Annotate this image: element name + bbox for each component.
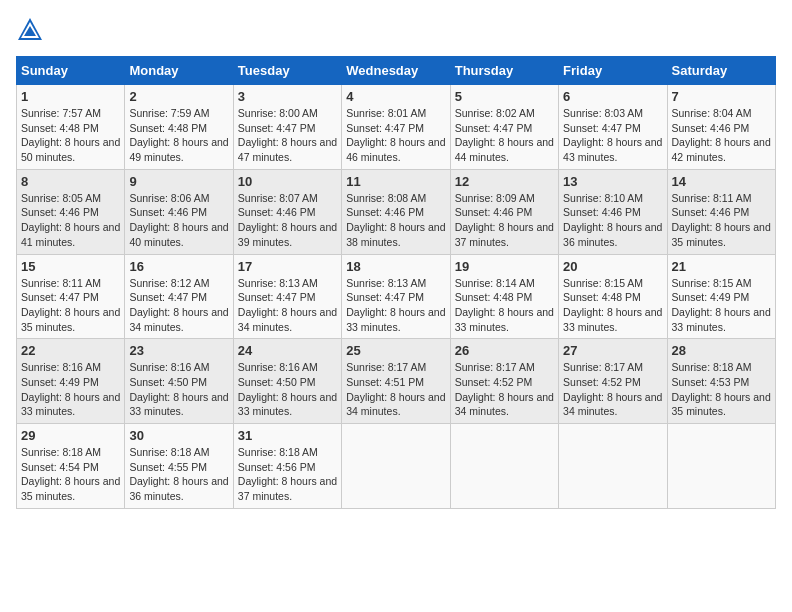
day-detail: Sunrise: 8:18 AMSunset: 4:54 PMDaylight:… (21, 446, 120, 502)
day-number: 1 (21, 89, 120, 104)
day-number: 22 (21, 343, 120, 358)
day-detail: Sunrise: 8:01 AMSunset: 4:47 PMDaylight:… (346, 107, 445, 163)
week-row-3: 15 Sunrise: 8:11 AMSunset: 4:47 PMDaylig… (17, 254, 776, 339)
day-number: 8 (21, 174, 120, 189)
day-detail: Sunrise: 8:02 AMSunset: 4:47 PMDaylight:… (455, 107, 554, 163)
day-detail: Sunrise: 8:09 AMSunset: 4:46 PMDaylight:… (455, 192, 554, 248)
logo-icon (16, 16, 44, 44)
day-cell: 14 Sunrise: 8:11 AMSunset: 4:46 PMDaylig… (667, 169, 775, 254)
day-number: 6 (563, 89, 662, 104)
day-detail: Sunrise: 8:04 AMSunset: 4:46 PMDaylight:… (672, 107, 771, 163)
day-number: 4 (346, 89, 445, 104)
day-detail: Sunrise: 8:05 AMSunset: 4:46 PMDaylight:… (21, 192, 120, 248)
header-cell-monday: Monday (125, 57, 233, 85)
day-number: 15 (21, 259, 120, 274)
day-detail: Sunrise: 8:07 AMSunset: 4:46 PMDaylight:… (238, 192, 337, 248)
day-number: 2 (129, 89, 228, 104)
day-detail: Sunrise: 8:17 AMSunset: 4:52 PMDaylight:… (563, 361, 662, 417)
day-cell: 12 Sunrise: 8:09 AMSunset: 4:46 PMDaylig… (450, 169, 558, 254)
day-number: 30 (129, 428, 228, 443)
day-cell: 10 Sunrise: 8:07 AMSunset: 4:46 PMDaylig… (233, 169, 341, 254)
day-cell: 3 Sunrise: 8:00 AMSunset: 4:47 PMDayligh… (233, 85, 341, 170)
day-cell: 6 Sunrise: 8:03 AMSunset: 4:47 PMDayligh… (559, 85, 667, 170)
day-cell: 20 Sunrise: 8:15 AMSunset: 4:48 PMDaylig… (559, 254, 667, 339)
day-cell: 22 Sunrise: 8:16 AMSunset: 4:49 PMDaylig… (17, 339, 125, 424)
day-detail: Sunrise: 8:11 AMSunset: 4:46 PMDaylight:… (672, 192, 771, 248)
day-number: 26 (455, 343, 554, 358)
day-number: 13 (563, 174, 662, 189)
day-detail: Sunrise: 8:00 AMSunset: 4:47 PMDaylight:… (238, 107, 337, 163)
day-cell: 13 Sunrise: 8:10 AMSunset: 4:46 PMDaylig… (559, 169, 667, 254)
day-number: 12 (455, 174, 554, 189)
header (16, 16, 776, 44)
day-detail: Sunrise: 8:12 AMSunset: 4:47 PMDaylight:… (129, 277, 228, 333)
day-cell: 29 Sunrise: 8:18 AMSunset: 4:54 PMDaylig… (17, 424, 125, 509)
header-cell-tuesday: Tuesday (233, 57, 341, 85)
day-detail: Sunrise: 8:16 AMSunset: 4:50 PMDaylight:… (129, 361, 228, 417)
header-cell-friday: Friday (559, 57, 667, 85)
day-detail: Sunrise: 8:08 AMSunset: 4:46 PMDaylight:… (346, 192, 445, 248)
day-cell: 15 Sunrise: 8:11 AMSunset: 4:47 PMDaylig… (17, 254, 125, 339)
header-cell-thursday: Thursday (450, 57, 558, 85)
day-cell: 5 Sunrise: 8:02 AMSunset: 4:47 PMDayligh… (450, 85, 558, 170)
day-number: 28 (672, 343, 771, 358)
day-cell (559, 424, 667, 509)
day-detail: Sunrise: 8:17 AMSunset: 4:52 PMDaylight:… (455, 361, 554, 417)
day-detail: Sunrise: 8:14 AMSunset: 4:48 PMDaylight:… (455, 277, 554, 333)
day-number: 18 (346, 259, 445, 274)
day-cell: 23 Sunrise: 8:16 AMSunset: 4:50 PMDaylig… (125, 339, 233, 424)
day-cell: 24 Sunrise: 8:16 AMSunset: 4:50 PMDaylig… (233, 339, 341, 424)
day-cell: 17 Sunrise: 8:13 AMSunset: 4:47 PMDaylig… (233, 254, 341, 339)
day-cell: 18 Sunrise: 8:13 AMSunset: 4:47 PMDaylig… (342, 254, 450, 339)
header-cell-saturday: Saturday (667, 57, 775, 85)
day-cell: 25 Sunrise: 8:17 AMSunset: 4:51 PMDaylig… (342, 339, 450, 424)
day-number: 21 (672, 259, 771, 274)
day-detail: Sunrise: 7:57 AMSunset: 4:48 PMDaylight:… (21, 107, 120, 163)
day-cell: 19 Sunrise: 8:14 AMSunset: 4:48 PMDaylig… (450, 254, 558, 339)
day-number: 9 (129, 174, 228, 189)
day-detail: Sunrise: 8:13 AMSunset: 4:47 PMDaylight:… (346, 277, 445, 333)
day-number: 5 (455, 89, 554, 104)
day-cell: 31 Sunrise: 8:18 AMSunset: 4:56 PMDaylig… (233, 424, 341, 509)
day-number: 3 (238, 89, 337, 104)
day-detail: Sunrise: 8:18 AMSunset: 4:55 PMDaylight:… (129, 446, 228, 502)
day-cell: 1 Sunrise: 7:57 AMSunset: 4:48 PMDayligh… (17, 85, 125, 170)
day-cell (667, 424, 775, 509)
calendar-table: SundayMondayTuesdayWednesdayThursdayFrid… (16, 56, 776, 509)
day-number: 16 (129, 259, 228, 274)
day-cell: 21 Sunrise: 8:15 AMSunset: 4:49 PMDaylig… (667, 254, 775, 339)
day-detail: Sunrise: 8:18 AMSunset: 4:56 PMDaylight:… (238, 446, 337, 502)
week-row-1: 1 Sunrise: 7:57 AMSunset: 4:48 PMDayligh… (17, 85, 776, 170)
day-detail: Sunrise: 8:16 AMSunset: 4:49 PMDaylight:… (21, 361, 120, 417)
day-number: 29 (21, 428, 120, 443)
day-number: 23 (129, 343, 228, 358)
day-detail: Sunrise: 8:15 AMSunset: 4:49 PMDaylight:… (672, 277, 771, 333)
day-detail: Sunrise: 8:13 AMSunset: 4:47 PMDaylight:… (238, 277, 337, 333)
day-cell: 16 Sunrise: 8:12 AMSunset: 4:47 PMDaylig… (125, 254, 233, 339)
day-cell: 7 Sunrise: 8:04 AMSunset: 4:46 PMDayligh… (667, 85, 775, 170)
day-cell: 4 Sunrise: 8:01 AMSunset: 4:47 PMDayligh… (342, 85, 450, 170)
header-cell-wednesday: Wednesday (342, 57, 450, 85)
day-number: 19 (455, 259, 554, 274)
day-cell: 27 Sunrise: 8:17 AMSunset: 4:52 PMDaylig… (559, 339, 667, 424)
day-detail: Sunrise: 8:06 AMSunset: 4:46 PMDaylight:… (129, 192, 228, 248)
day-cell: 9 Sunrise: 8:06 AMSunset: 4:46 PMDayligh… (125, 169, 233, 254)
day-number: 17 (238, 259, 337, 274)
day-detail: Sunrise: 8:17 AMSunset: 4:51 PMDaylight:… (346, 361, 445, 417)
day-cell: 30 Sunrise: 8:18 AMSunset: 4:55 PMDaylig… (125, 424, 233, 509)
day-cell: 2 Sunrise: 7:59 AMSunset: 4:48 PMDayligh… (125, 85, 233, 170)
day-cell: 8 Sunrise: 8:05 AMSunset: 4:46 PMDayligh… (17, 169, 125, 254)
day-number: 11 (346, 174, 445, 189)
header-cell-sunday: Sunday (17, 57, 125, 85)
day-detail: Sunrise: 8:15 AMSunset: 4:48 PMDaylight:… (563, 277, 662, 333)
logo (16, 16, 48, 44)
day-cell: 26 Sunrise: 8:17 AMSunset: 4:52 PMDaylig… (450, 339, 558, 424)
day-number: 24 (238, 343, 337, 358)
day-cell (450, 424, 558, 509)
day-number: 10 (238, 174, 337, 189)
day-detail: Sunrise: 7:59 AMSunset: 4:48 PMDaylight:… (129, 107, 228, 163)
week-row-4: 22 Sunrise: 8:16 AMSunset: 4:49 PMDaylig… (17, 339, 776, 424)
day-detail: Sunrise: 8:16 AMSunset: 4:50 PMDaylight:… (238, 361, 337, 417)
day-number: 31 (238, 428, 337, 443)
day-number: 14 (672, 174, 771, 189)
